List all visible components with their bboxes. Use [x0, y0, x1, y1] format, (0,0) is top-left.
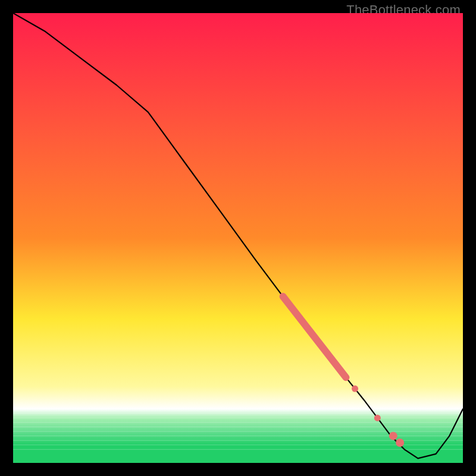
- highlight-dot: [389, 432, 397, 440]
- highlight-dot: [352, 386, 358, 392]
- chart-area: [13, 13, 463, 463]
- outer-frame: TheBottleneck.com: [0, 0, 476, 476]
- gradient-bg: [13, 13, 463, 463]
- chart-svg: [13, 13, 463, 463]
- highlight-dot: [396, 439, 404, 447]
- highlight-dot: [374, 415, 381, 421]
